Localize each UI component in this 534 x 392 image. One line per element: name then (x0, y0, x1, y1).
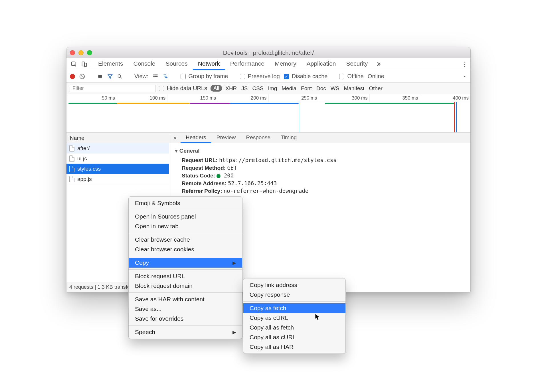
menu-item[interactable]: Copy as fetch (243, 303, 345, 313)
checkbox-icon (240, 74, 245, 79)
menu-separator (129, 269, 242, 270)
menu-item[interactable]: Copy all as cURL (243, 332, 345, 342)
details-tab-response[interactable]: Response (241, 133, 276, 143)
filter-input[interactable] (70, 85, 155, 92)
domcontentloaded-line (299, 102, 299, 132)
filter-funnel-icon[interactable] (107, 74, 113, 79)
menu-item[interactable]: Block request URL (129, 271, 242, 281)
request-row[interactable]: ui.js (66, 153, 169, 164)
inspect-picker-icon[interactable] (69, 58, 79, 70)
time-tick: 100 ms (117, 94, 167, 102)
menu-item[interactable]: Save as... (129, 304, 242, 314)
svg-rect-12 (165, 77, 167, 78)
close-window-icon[interactable] (70, 50, 75, 55)
copy-submenu[interactable]: Copy link addressCopy responseCopy as fe… (243, 278, 346, 354)
details-tab-timing[interactable]: Timing (276, 133, 302, 143)
filter-type-manifest[interactable]: Manifest (344, 85, 364, 92)
clear-icon[interactable] (79, 73, 85, 80)
minimize-window-icon[interactable] (78, 50, 84, 55)
menu-separator (129, 210, 242, 210)
filter-type-font[interactable]: Font (301, 85, 312, 92)
request-row[interactable]: after/ (66, 143, 169, 153)
filter-type-js[interactable]: JS (241, 85, 248, 92)
filter-type-ws[interactable]: WS (331, 85, 339, 92)
section-general[interactable]: General (174, 148, 465, 154)
devtools-window: DevTools - preload.glitch.me/after/ Elem… (66, 47, 471, 292)
request-name: ui.js (77, 155, 87, 162)
filter-type-xhr[interactable]: XHR (225, 85, 237, 92)
menu-item[interactable]: Speech▶ (129, 327, 242, 337)
menu-item[interactable]: Clear browser cookies (129, 245, 242, 254)
filter-type-doc[interactable]: Doc (316, 85, 326, 92)
menu-item[interactable]: Copy all as fetch (243, 323, 345, 332)
tab-performance[interactable]: Performance (225, 58, 270, 70)
menu-item[interactable]: Copy response (243, 290, 345, 300)
tab-application[interactable]: Application (302, 58, 341, 70)
menu-item[interactable]: Copy▶ (129, 258, 242, 268)
filter-type-img[interactable]: Img (268, 85, 277, 92)
referrer-policy-row: Referrer Policy: no-referrer-when-downgr… (182, 188, 465, 194)
timeline-bar (190, 103, 230, 104)
svg-rect-6 (153, 74, 155, 75)
menu-item[interactable]: Open in Sources panel (129, 212, 242, 221)
tab-memory[interactable]: Memory (270, 58, 302, 70)
request-row[interactable]: app.js (66, 174, 169, 184)
menu-item[interactable]: Save for overrides (129, 314, 242, 324)
menu-item-label: Copy all as cURL (250, 334, 296, 341)
more-tabs-icon[interactable] (373, 58, 384, 70)
search-icon[interactable] (117, 74, 123, 79)
window-titlebar[interactable]: DevTools - preload.glitch.me/after/ (66, 47, 470, 58)
zoom-window-icon[interactable] (87, 50, 92, 55)
time-tick: 250 ms (269, 94, 319, 102)
menu-item[interactable]: Open in new tab (129, 221, 242, 231)
menu-item-label: Open in Sources panel (135, 213, 196, 220)
menu-item[interactable]: Clear browser cache (129, 235, 242, 245)
tab-security[interactable]: Security (341, 58, 373, 70)
request-name: after/ (77, 145, 90, 151)
view-large-icon[interactable] (152, 74, 159, 79)
traffic-lights (70, 50, 92, 55)
online-label[interactable]: Online (368, 73, 384, 80)
request-row[interactable]: styles.css (66, 164, 169, 174)
offline-checkbox[interactable]: Offline (339, 73, 363, 80)
filter-type-css[interactable]: CSS (252, 85, 264, 92)
preserve-log-checkbox[interactable]: Preserve log (240, 73, 280, 80)
hide-data-urls-checkbox[interactable]: Hide data URLs (159, 85, 207, 92)
menu-item[interactable]: Copy as cURL (243, 313, 345, 323)
status-ok-icon (217, 174, 221, 178)
svg-rect-4 (98, 75, 102, 78)
tab-console[interactable]: Console (128, 58, 161, 70)
screenshot-capture-icon[interactable] (97, 74, 103, 79)
timeline-bar (68, 103, 117, 104)
close-details-icon[interactable]: × (169, 133, 181, 143)
filter-bar: Hide data URLs All XHRJSCSSImgMediaFontD… (66, 83, 470, 94)
view-waterfall-icon[interactable] (163, 74, 169, 79)
timeline-overview[interactable]: 50 ms100 ms150 ms200 ms250 ms300 ms350 m… (66, 94, 470, 133)
settings-kebab-icon[interactable]: ⋮ (459, 58, 470, 70)
throttling-dropdown-icon[interactable] (462, 74, 467, 79)
status-code-row: Status Code: 200 (182, 172, 465, 179)
tab-network[interactable]: Network (193, 58, 225, 70)
menu-item[interactable]: Block request domain (129, 281, 242, 291)
device-toggle-icon[interactable] (79, 58, 89, 70)
disable-cache-checkbox[interactable]: Disable cache (284, 73, 328, 80)
menu-item[interactable]: Save as HAR with content (129, 294, 242, 304)
load-line (454, 102, 455, 132)
menu-item[interactable]: Emoji & Symbols (129, 198, 242, 208)
name-column-header[interactable]: Name (66, 133, 169, 143)
details-tab-preview[interactable]: Preview (211, 133, 241, 143)
menu-item-label: Block request domain (135, 282, 193, 289)
filter-type-media[interactable]: Media (282, 85, 296, 92)
details-tab-headers[interactable]: Headers (181, 133, 211, 143)
filter-all-pill[interactable]: All (211, 85, 222, 92)
menu-item[interactable]: Copy all as HAR (243, 342, 345, 352)
context-menu[interactable]: Emoji & SymbolsOpen in Sources panelOpen… (128, 196, 242, 339)
tab-elements[interactable]: Elements (93, 58, 128, 70)
filter-type-other[interactable]: Other (369, 85, 383, 92)
menu-item-label: Copy as fetch (250, 305, 286, 312)
record-icon[interactable] (70, 74, 75, 79)
group-by-frame-checkbox[interactable]: Group by frame (181, 73, 228, 80)
menu-item[interactable]: Copy link address (243, 280, 345, 290)
tab-sources[interactable]: Sources (161, 58, 193, 70)
devtools-tabstrip: ElementsConsoleSourcesNetworkPerformance… (66, 58, 470, 70)
